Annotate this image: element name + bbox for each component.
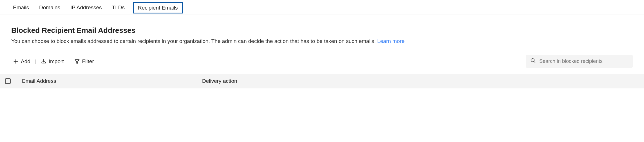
tab-emails[interactable]: Emails xyxy=(11,2,31,15)
page-description: You can choose to block emails addressed… xyxy=(11,38,633,44)
divider: | xyxy=(68,58,70,65)
description-text: You can choose to block emails addressed… xyxy=(11,38,377,44)
select-all-checkbox[interactable] xyxy=(5,78,11,84)
add-button[interactable]: Add xyxy=(13,58,30,65)
import-label: Import xyxy=(49,58,64,65)
column-email-address: Email Address xyxy=(22,78,202,84)
filter-button[interactable]: Filter xyxy=(74,58,94,65)
tab-domains[interactable]: Domains xyxy=(37,2,62,15)
toolbar-left: Add | Import | Filter xyxy=(13,58,94,65)
table-header: Email Address Delivery action xyxy=(0,74,644,88)
select-all-cell xyxy=(5,78,22,84)
content-area: Blocked Recipient Email Addresses You ca… xyxy=(0,15,644,74)
search-box[interactable] xyxy=(526,55,633,68)
toolbar: Add | Import | Filter xyxy=(11,55,633,74)
column-delivery-action: Delivery action xyxy=(202,78,639,84)
search-input[interactable] xyxy=(539,58,628,65)
learn-more-link[interactable]: Learn more xyxy=(377,38,404,44)
search-icon xyxy=(530,58,536,65)
add-label: Add xyxy=(21,58,30,65)
svg-marker-2 xyxy=(75,59,79,63)
tab-tlds[interactable]: TLDs xyxy=(110,2,126,15)
import-icon xyxy=(41,59,46,64)
svg-line-4 xyxy=(534,61,535,63)
tab-recipient-emails[interactable]: Recipient Emails xyxy=(133,2,183,13)
tab-ip-addresses[interactable]: IP Addresses xyxy=(69,2,104,15)
import-button[interactable]: Import xyxy=(41,58,64,65)
plus-icon xyxy=(13,59,19,64)
filter-label: Filter xyxy=(82,58,94,65)
filter-icon xyxy=(74,59,80,64)
tabs: Emails Domains IP Addresses TLDs Recipie… xyxy=(0,0,644,15)
page-title: Blocked Recipient Email Addresses xyxy=(11,26,633,35)
divider: | xyxy=(34,58,37,65)
